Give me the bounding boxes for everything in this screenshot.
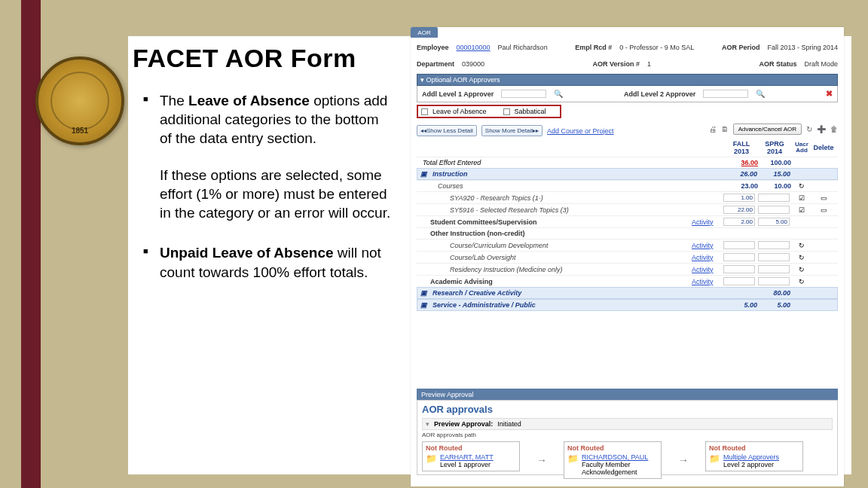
version-label: AOR Version # [592,60,640,68]
refresh-icon[interactable]: ↻ [806,125,812,133]
grid-toolbar: ◂◂Show Less Detail Show More Detail▸▸ Ad… [417,125,838,136]
slide-content: FACET AOR Form The Leave of Absence opti… [128,36,851,474]
version-value: 1 [647,60,651,68]
stud-fall-input[interactable]: 2.00 [723,218,755,226]
folder-icon: 📁 [426,453,437,464]
row-course-curriculum-dev: Course/Curriculum Development Activity ↻ [417,239,838,251]
ccd-spring-input[interactable] [758,241,790,249]
addl-l2-label: Addl Level 2 Approver [624,90,695,98]
row-course-1: SYA920 - Research Topics (1-) 1.00 ☑ ▭ [417,191,838,203]
course2-spring-input[interactable] [758,206,790,214]
course1-spring-input[interactable] [758,194,790,202]
preview-state-row: ▾ Preview Approval: Initiated [422,418,833,430]
preview-approval-body: AOR approvals ▾ Preview Approval: Initia… [417,400,838,475]
addl-l2-input[interactable] [703,90,748,98]
routing-cards-row: Not Routed 📁 EARHART, MATT Level 1 appro… [422,441,833,479]
bullet-list: The Leave of Absence options add additio… [133,91,393,282]
rim-activity-link[interactable]: Activity [692,266,722,273]
card2-name[interactable]: RICHARDSON, PAUL [582,453,648,461]
aor-period-value: Fall 2013 - Spring 2014 [767,44,838,51]
row-research[interactable]: ▣ Research / Creative Activity 80.00 [417,287,838,299]
university-seal: 1851 [35,56,124,145]
employee-name: Paul Richardson [498,44,548,51]
show-less-button[interactable]: ◂◂Show Less Detail [417,125,477,136]
leave-options-highlight: Leave of Absence Sabbatical [417,105,561,118]
course1-fall-input[interactable]: 1.00 [723,194,755,202]
row-residency-instruction: Residency Instruction (Medicine only) Ac… [417,263,838,275]
slide-text-column: FACET AOR Form The Leave of Absence opti… [128,36,403,474]
loa-checkbox[interactable] [421,108,428,115]
col-spring: SPRG 2014 [758,140,791,155]
stud-spring-input[interactable]: 5.00 [758,218,790,226]
row-instruction[interactable]: ▣ Instruction 26.00 15.00 [417,168,838,180]
card1-name[interactable]: EARHART, MATT [440,453,494,461]
row-student-committees: Student Committees/Supervision Activity … [417,215,838,227]
col-fall: FALL 2013 [725,140,758,155]
stud-activity-link[interactable]: Activity [692,218,722,226]
page-title: FACET AOR Form [133,44,393,73]
adv-activity-link[interactable]: Activity [692,278,722,285]
arrow-icon: → [536,454,547,466]
department-label: Department [417,60,454,68]
row-course-2: SY5916 - Selected Research Topics (3) 22… [417,203,838,215]
print-icon[interactable]: 🖨 [709,125,717,133]
routing-card-1: Not Routed 📁 EARHART, MATT Level 1 appro… [422,441,520,471]
rim-fall-input[interactable] [723,265,755,273]
arrow-icon: → [678,454,689,466]
clo-activity-link[interactable]: Activity [692,254,722,261]
advance-cancel-button[interactable]: Advance/Cancel AOR [733,124,802,135]
remove-approver-icon[interactable]: ✖ [826,89,833,99]
lookup-l1-icon[interactable]: 🔍 [554,90,563,98]
employee-id-link[interactable]: 000010000 [457,44,491,51]
grid-header-row: FALL 2013 SPRG 2014 Uacr Add Delete [417,139,838,157]
routing-card-3: Not Routed 📁 Multiple Approvers Level 2 … [705,441,803,471]
bullet-1-paragraph-2: If these options are selected, some effo… [160,167,390,221]
sabbatical-label: Sabbatical [515,108,546,115]
header-row-1: Employee 000010000 Paul Richardson Empl … [417,44,838,51]
optional-approvers-header[interactable]: ▾ Optional AOR Approvers [417,74,838,86]
add-course-link[interactable]: Add Course or Project [547,127,614,135]
status-label: AOR Status [759,60,796,68]
bullet-1: The Leave of Absence options add additio… [160,91,393,222]
app-screenshot-pane: AOR Employee 000010000 Paul Richardson E… [411,27,844,486]
addl-l1-input[interactable] [501,90,546,98]
clo-spring-input[interactable] [758,253,790,261]
col-uacr: Uacr Add [791,142,812,154]
card3-name[interactable]: Multiple Approvers [723,453,779,461]
export-icon[interactable]: 🗎 [721,125,729,133]
total-spring: 100.00 [758,159,791,166]
effort-grid: FALL 2013 SPRG 2014 Uacr Add Delete Tota… [417,139,838,311]
emplrcd-label: Empl Rcd # [575,44,612,51]
lookup-l2-icon[interactable]: 🔍 [756,90,765,98]
course1-delete[interactable]: ▭ [812,194,835,202]
clo-fall-input[interactable] [723,253,755,261]
adv-spring-input[interactable] [758,277,790,285]
rim-spring-input[interactable] [758,265,790,273]
course2-delete[interactable]: ▭ [812,206,835,214]
seal-year: 1851 [72,127,88,135]
show-more-button[interactable]: Show More Detail▸▸ [481,125,542,136]
addl-l1-label: Addl Level 1 Approver [422,90,494,98]
row-academic-advising: Academic Advising Activity ↻ [417,275,838,287]
col-delete: Delete [812,144,835,151]
emplrcd-value: 0 - Professor - 9 Mo SAL [619,44,694,51]
ccd-activity-link[interactable]: Activity [692,242,722,249]
folder-icon: 📁 [567,453,579,464]
approvals-path-label: AOR approvals path [422,432,833,438]
row-other-instruction-header: Other Instruction (non-credit) [417,227,838,239]
department-value: 039000 [462,60,484,68]
add-icon[interactable]: ➕ [817,125,826,133]
tab-aor[interactable]: AOR [411,27,438,38]
row-total-effort: Total Effort Entered 36.00 100.00 [417,157,838,168]
row-service[interactable]: ▣ Service - Administrative / Public 5.00… [417,299,838,311]
adv-fall-input[interactable] [723,277,755,285]
delete-icon[interactable]: 🗑 [830,125,838,133]
aor-period-label: AOR Period [722,44,760,51]
ccd-fall-input[interactable] [723,241,755,249]
course2-fall-input[interactable]: 22.00 [723,206,755,214]
sabbatical-checkbox[interactable] [503,108,510,115]
status-value: Draft Mode [804,60,838,68]
row-courses: Courses 23.00 10.00 ↻ [417,180,838,191]
preview-approval-header[interactable]: Preview Approval [417,389,838,400]
optional-approvers-body: Addl Level 1 Approver 🔍 Addl Level 2 App… [417,86,838,102]
